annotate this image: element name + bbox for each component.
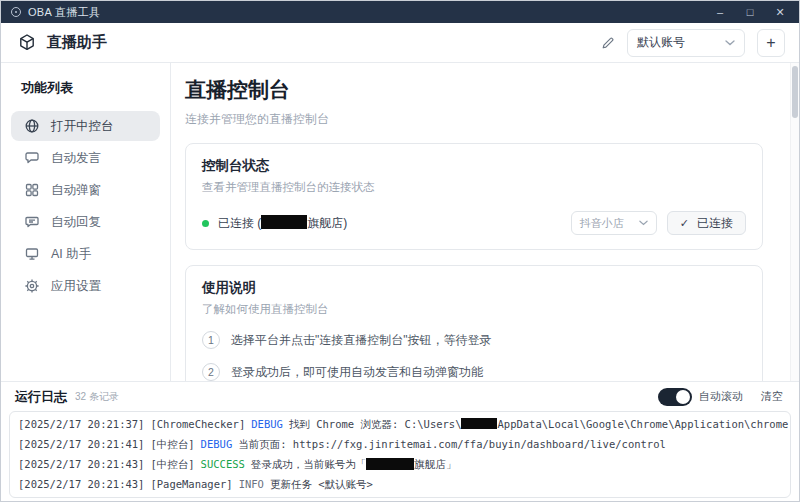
app-title: 直播助手 bbox=[47, 33, 107, 52]
header-actions: 默认账号 + bbox=[601, 29, 785, 57]
sidebar: 功能列表 打开中控台 自动发言 bbox=[1, 63, 171, 381]
log-actions: 自动滚动 清空 bbox=[658, 388, 783, 406]
sidebar-item-label: 自动发言 bbox=[51, 150, 101, 167]
window-controls: – □ ✕ bbox=[705, 1, 795, 23]
page-title: 直播控制台 bbox=[185, 76, 777, 104]
connection-status: 已连接 (旗舰店) bbox=[202, 215, 347, 232]
console-status-card: 控制台状态 查看并管理直播控制台的连接状态 已连接 (旗舰店) 抖音小店 bbox=[185, 143, 763, 250]
maximize-button[interactable]: □ bbox=[735, 1, 765, 23]
titlebar: OBA 直播工具 – □ ✕ bbox=[1, 1, 799, 23]
status-card-title: 控制台状态 bbox=[202, 157, 746, 175]
sidebar-item-label: AI 助手 bbox=[51, 246, 91, 263]
sidebar-item-auto-reply[interactable]: 自动回复 bbox=[11, 207, 160, 237]
add-account-button[interactable]: + bbox=[757, 29, 785, 57]
connect-button-label: 已连接 bbox=[697, 215, 733, 232]
window-title: OBA 直播工具 bbox=[28, 5, 100, 20]
globe-icon bbox=[24, 118, 40, 134]
step-text: 登录成功后，即可使用自动发言和自动弹窗功能 bbox=[231, 364, 483, 381]
log-entry: [2025/2/17 20:21:37][ChromeChecker]DEBUG… bbox=[18, 414, 782, 434]
account-select[interactable]: 默认账号 bbox=[627, 29, 745, 57]
page-subtitle: 连接并管理您的直播控制台 bbox=[185, 111, 777, 128]
help-card-title: 使用说明 bbox=[202, 279, 746, 297]
sidebar-item-label: 打开中控台 bbox=[51, 118, 114, 135]
layout-grid-icon bbox=[24, 182, 40, 198]
edit-pencil-icon[interactable] bbox=[601, 36, 615, 50]
log-title: 运行日志 bbox=[15, 388, 67, 406]
sidebar-item-app-settings[interactable]: 应用设置 bbox=[11, 271, 160, 301]
log-output[interactable]: [2025/2/17 20:21:37][ChromeChecker]DEBUG… bbox=[9, 411, 791, 498]
instructions-card: 使用说明 了解如何使用直播控制台 1 选择平台并点击"连接直播控制台"按钮，等待… bbox=[185, 265, 763, 381]
minimize-button[interactable]: – bbox=[705, 1, 735, 23]
status-controls: 抖音小店 ✓ 已连接 bbox=[571, 211, 746, 235]
main-content: 直播控制台 连接并管理您的直播控制台 控制台状态 查看并管理直播控制台的连接状态… bbox=[171, 63, 799, 381]
help-card-subtitle: 了解如何使用直播控制台 bbox=[202, 302, 746, 317]
account-select-value: 默认账号 bbox=[637, 34, 685, 51]
log-panel-header: 运行日志 32 条记录 自动滚动 清空 bbox=[1, 381, 799, 411]
platform-select-value: 抖音小店 bbox=[580, 216, 624, 231]
close-button[interactable]: ✕ bbox=[765, 1, 795, 23]
body: 功能列表 打开中控台 自动发言 bbox=[1, 63, 799, 381]
sidebar-item-label: 自动弹窗 bbox=[51, 182, 101, 199]
status-dot bbox=[202, 220, 209, 227]
redaction bbox=[366, 458, 414, 470]
redaction bbox=[261, 215, 307, 229]
instruction-step: 1 选择平台并点击"连接直播控制台"按钮，等待登录 bbox=[202, 331, 746, 349]
chat-bubble-icon bbox=[24, 150, 40, 166]
app-window: OBA 直播工具 – □ ✕ 直播助手 bbox=[0, 0, 800, 502]
message-square-icon bbox=[24, 214, 40, 230]
log-count: 32 条记录 bbox=[75, 390, 119, 404]
scrollbar-thumb[interactable] bbox=[792, 66, 798, 118]
clear-log-button[interactable]: 清空 bbox=[761, 389, 783, 404]
step-text: 选择平台并点击"连接直播控制台"按钮，等待登录 bbox=[231, 332, 492, 349]
redaction bbox=[461, 418, 497, 429]
sidebar-title: 功能列表 bbox=[1, 79, 160, 97]
sidebar-item-label: 自动回复 bbox=[51, 214, 101, 231]
app-icon bbox=[11, 7, 21, 17]
log-entry: [2025/2/17 20:21:43][PageManager]INFO更新任… bbox=[18, 474, 782, 494]
monitor-icon bbox=[24, 246, 40, 262]
connect-button[interactable]: ✓ 已连接 bbox=[667, 211, 746, 235]
step-number: 2 bbox=[202, 363, 220, 381]
app-header: 直播助手 默认账号 + bbox=[1, 23, 799, 63]
autoscroll-toggle[interactable] bbox=[658, 388, 692, 406]
check-icon: ✓ bbox=[680, 217, 689, 230]
main-scrollbar[interactable] bbox=[790, 63, 799, 381]
step-number: 1 bbox=[202, 331, 220, 349]
app-brand: 直播助手 bbox=[17, 33, 107, 53]
sidebar-item-ai-assistant[interactable]: AI 助手 bbox=[11, 239, 160, 269]
package-icon bbox=[17, 33, 37, 53]
instruction-step: 2 登录成功后，即可使用自动发言和自动弹窗功能 bbox=[202, 363, 746, 381]
status-card-subtitle: 查看并管理直播控制台的连接状态 bbox=[202, 180, 746, 195]
sidebar-item-open-console[interactable]: 打开中控台 bbox=[11, 111, 160, 141]
gear-icon bbox=[24, 278, 40, 294]
platform-select[interactable]: 抖音小店 bbox=[571, 211, 657, 235]
toggle-knob bbox=[676, 390, 690, 404]
status-text: 已连接 (旗舰店) bbox=[218, 215, 347, 232]
chevron-down-icon bbox=[639, 220, 648, 226]
autoscroll-label: 自动滚动 bbox=[699, 389, 743, 404]
status-row: 已连接 (旗舰店) 抖音小店 ✓ 已连接 bbox=[202, 211, 746, 235]
log-entry: [2025/2/17 20:21:41][中控台]DEBUG当前页面: http… bbox=[18, 434, 782, 454]
sidebar-item-label: 应用设置 bbox=[51, 278, 101, 295]
log-entry: [2025/2/17 20:21:43][中控台]SUCCESS登录成功，当前账… bbox=[18, 454, 782, 474]
chevron-down-icon bbox=[725, 40, 735, 46]
sidebar-item-auto-speak[interactable]: 自动发言 bbox=[11, 143, 160, 173]
sidebar-item-auto-popup[interactable]: 自动弹窗 bbox=[11, 175, 160, 205]
